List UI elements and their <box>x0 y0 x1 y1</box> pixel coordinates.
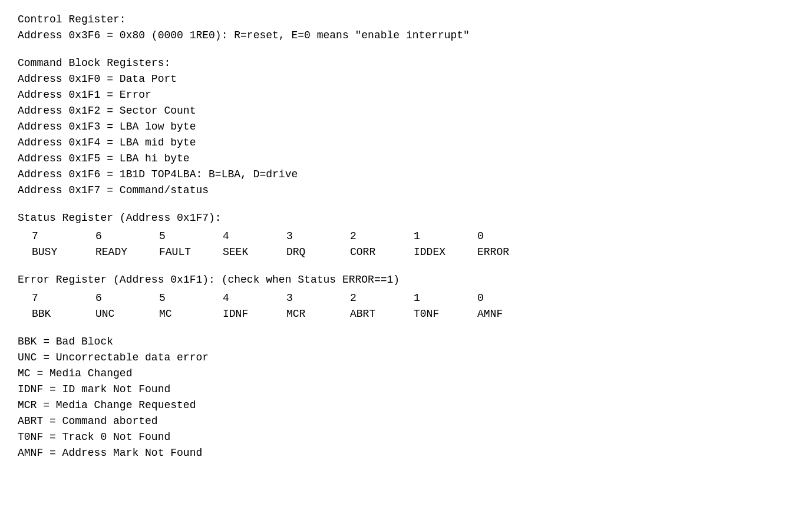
list-item: Address 0x1F2 = Sector Count <box>18 103 794 119</box>
list-item: AMNF = Address Mark Not Found <box>18 445 794 461</box>
bit-number: 5 <box>159 290 223 306</box>
command-block-heading: Command Block Registers: <box>18 55 794 71</box>
bit-labels-row: BBKUNCMCIDNFMCRABRTT0NFAMNF <box>18 306 794 322</box>
command-block-section: Command Block Registers: Address 0x1F0 =… <box>18 55 794 198</box>
bit-number: 3 <box>286 228 350 244</box>
list-item: UNC = Uncorrectable data error <box>18 350 794 366</box>
bit-number: 2 <box>350 290 414 306</box>
error-register-heading: Error Register (Address 0x1F1): (check w… <box>18 272 794 288</box>
bit-number: 7 <box>32 228 95 244</box>
bit-number: 6 <box>95 290 159 306</box>
list-item: BBK = Bad Block <box>18 334 794 350</box>
list-item: Address 0x1F6 = 1B1D TOP4LBA: B=LBA, D=d… <box>18 167 794 183</box>
bit-label: FAULT <box>159 244 223 260</box>
bit-label: UNC <box>95 306 159 322</box>
definitions-list: BBK = Bad Block UNC = Uncorrectable data… <box>18 334 794 461</box>
control-register-heading: Control Register: <box>18 12 794 28</box>
bit-label: MC <box>159 306 223 322</box>
bit-number: 6 <box>95 228 159 244</box>
list-item: IDNF = ID mark Not Found <box>18 382 794 398</box>
bit-numbers-row: 76543210 <box>18 290 794 306</box>
status-register-bits: 76543210BUSYREADYFAULTSEEKDRQCORRIDDEXER… <box>18 228 794 260</box>
bit-number: 2 <box>350 228 414 244</box>
bit-number: 0 <box>477 290 513 306</box>
bit-label: BBK <box>32 306 95 322</box>
error-register-section: Error Register (Address 0x1F1): (check w… <box>18 272 794 322</box>
bit-label: IDNF <box>223 306 286 322</box>
bit-label: ABRT <box>350 306 414 322</box>
bit-number: 1 <box>414 228 477 244</box>
list-item: Address 0x1F1 = Error <box>18 87 794 103</box>
bit-label: DRQ <box>286 244 350 260</box>
command-block-lines: Address 0x1F0 = Data Port Address 0x1F1 … <box>18 71 794 198</box>
list-item: MCR = Media Change Requested <box>18 398 794 413</box>
bit-label: AMNF <box>477 306 513 322</box>
bit-number: 4 <box>223 228 286 244</box>
status-register-heading: Status Register (Address 0x1F7): <box>18 210 794 226</box>
bit-label: ERROR <box>477 244 513 260</box>
bit-number: 5 <box>159 228 223 244</box>
control-register-section: Control Register: Address 0x3F6 = 0x80 (… <box>18 12 794 44</box>
list-item: Address 0x1F7 = Command/status <box>18 183 794 198</box>
page-content: Control Register: Address 0x3F6 = 0x80 (… <box>18 12 794 461</box>
bit-label: BUSY <box>32 244 95 260</box>
error-register-bits: 76543210BBKUNCMCIDNFMCRABRTT0NFAMNF <box>18 290 794 322</box>
bit-label: MCR <box>286 306 350 322</box>
list-item: Address 0x1F5 = LBA hi byte <box>18 151 794 167</box>
list-item: Address 0x1F4 = LBA mid byte <box>18 135 794 151</box>
bit-label: CORR <box>350 244 414 260</box>
bit-label: IDDEX <box>414 244 477 260</box>
list-item: T0NF = Track 0 Not Found <box>18 429 794 445</box>
bit-label: SEEK <box>223 244 286 260</box>
list-item: Address 0x1F3 = LBA low byte <box>18 119 794 135</box>
bit-number: 7 <box>32 290 95 306</box>
bit-labels-row: BUSYREADYFAULTSEEKDRQCORRIDDEXERROR <box>18 244 794 260</box>
bit-label: T0NF <box>414 306 477 322</box>
control-register-line1: Address 0x3F6 = 0x80 (0000 1RE0): R=rese… <box>18 28 794 44</box>
bit-label: READY <box>95 244 159 260</box>
status-register-section: Status Register (Address 0x1F7): 7654321… <box>18 210 794 260</box>
bit-number: 1 <box>414 290 477 306</box>
bit-number: 3 <box>286 290 350 306</box>
list-item: ABRT = Command aborted <box>18 413 794 429</box>
bit-number: 0 <box>477 228 513 244</box>
list-item: Address 0x1F0 = Data Port <box>18 71 794 87</box>
bit-numbers-row: 76543210 <box>18 228 794 244</box>
definitions-section: BBK = Bad Block UNC = Uncorrectable data… <box>18 334 794 461</box>
bit-number: 4 <box>223 290 286 306</box>
list-item: MC = Media Changed <box>18 366 794 382</box>
